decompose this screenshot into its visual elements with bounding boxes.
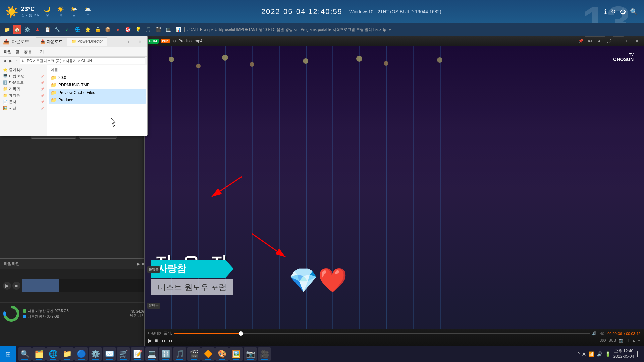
info-icon[interactable]: ℹ <box>604 8 607 15</box>
bookmark-icon-5[interactable]: 🔧 <box>53 25 62 34</box>
file-item-200[interactable]: 📁 20.0 <box>49 74 146 81</box>
tray-battery[interactable]: 🔋 <box>605 351 611 357</box>
taskbar-app-settings[interactable]: ⚙️ <box>89 347 102 361</box>
taskbar-app-taskview[interactable]: 🗂️ <box>32 347 46 361</box>
taskbar-app-pd[interactable]: 🎥 <box>258 347 271 361</box>
taskbar-app-camera[interactable]: 📷 <box>244 347 257 361</box>
explorer-minimize-btn[interactable]: ─ <box>115 38 124 45</box>
explorer-menu-view[interactable]: 보기 <box>35 49 45 55</box>
addr-back-btn[interactable]: ◀ <box>2 59 7 63</box>
sub-btn[interactable]: SUB <box>608 338 616 343</box>
bookmark-dream[interactable]: 드림 빌더 <box>356 27 372 32</box>
file-item-preview-cache[interactable]: 📁 Preview Cache Files <box>49 89 146 96</box>
gom-close-btn[interactable]: ✕ <box>633 38 641 44</box>
bookmark-winpe[interactable]: winpe <box>204 27 213 32</box>
explorer-tab-pd[interactable]: 📁 PowerDirector <box>67 37 107 46</box>
bookmark-icon-6[interactable]: ✓ <box>63 25 72 34</box>
gom-maximize-btn[interactable]: □ <box>624 38 632 44</box>
bookmark-icon-15[interactable]: 🎬 <box>154 25 162 34</box>
sidebar-item-favorites[interactable]: ⭐ 즐겨찾기 <box>0 67 47 73</box>
pd-timeline-stop[interactable]: ■ <box>141 261 144 266</box>
refresh-icon[interactable]: ↻ <box>611 8 616 15</box>
bookmark-more[interactable]: » <box>389 27 391 32</box>
menu-btn[interactable]: ≡ <box>638 338 640 343</box>
bookmark-icon-1[interactable]: 🏠 <box>13 25 21 34</box>
timeline-play-btn[interactable]: ▶ <box>3 282 11 290</box>
explorer-menu-share[interactable]: 공유 <box>22 49 33 55</box>
bookmark-video[interactable]: 영상 <box>285 27 293 32</box>
bookmark-icon-13[interactable]: 💡 <box>133 25 142 34</box>
power-icon[interactable]: ⏻ <box>620 8 626 15</box>
explorer-menu-home[interactable]: 홈 <box>14 49 21 55</box>
bookmark-backup[interactable]: BackUp <box>373 27 386 32</box>
taskbar-app-edge[interactable]: 🌐 <box>46 347 60 361</box>
bookmark-icon-12[interactable]: 🎯 <box>123 25 132 34</box>
screenshot-btn[interactable]: 📷 <box>619 338 624 343</box>
bookmark-important[interactable]: IMPORTANT <box>236 27 258 32</box>
tray-volume[interactable]: 🔊 <box>597 351 602 357</box>
sidebar-item-desktop[interactable]: 🖥️ 바탕 화면 <box>0 73 47 79</box>
taskbar-app-mail[interactable]: ✉️ <box>103 347 116 361</box>
bookmark-etc[interactable]: ETC <box>268 27 275 32</box>
bookmark-icon-9[interactable]: 🔒 <box>93 25 102 34</box>
gom-pin-btn[interactable]: 📌 <box>577 38 585 44</box>
bookmark-vm[interactable]: vm <box>294 27 299 32</box>
bookmark-icon-2[interactable]: ⚙️ <box>23 25 32 34</box>
bookmark-udalite[interactable]: UDALITE <box>187 27 202 32</box>
explorer-new-tab-btn[interactable]: + <box>107 37 115 46</box>
prev-btn[interactable]: ⏮ <box>161 338 166 344</box>
sidebar-item-trash[interactable]: 📁 휴지통 <box>0 92 47 99</box>
sidebar-item-photos[interactable]: 🖼️ 사진 <box>0 105 47 111</box>
next-btn[interactable]: ⏭ <box>169 338 174 344</box>
explorer-tab-downloads[interactable]: 📥 다운로드 <box>36 37 67 46</box>
playlist-btn[interactable]: ▲ <box>632 338 636 343</box>
tray-language[interactable]: A <box>582 351 585 357</box>
explorer-close-btn[interactable]: ✕ <box>135 38 145 45</box>
taskbar-app-photos[interactable]: 🖼️ <box>229 347 243 361</box>
gom-fullscreen-btn[interactable]: ⛶ <box>605 38 613 44</box>
gom-settings-icon[interactable]: ⚙ <box>173 39 176 43</box>
tray-network[interactable]: 📶 <box>588 351 594 357</box>
start-button[interactable]: ⊞ <box>0 346 16 362</box>
explorer-menu-file[interactable]: 파일 <box>2 49 13 55</box>
gom-minimize-btn[interactable]: ─ <box>614 38 622 44</box>
tray-time[interactable]: 오후 12:40 2022-05-04 <box>613 349 634 359</box>
pd-timeline-play[interactable]: ▶ <box>137 261 140 266</box>
sidebar-item-docs[interactable]: 📄 문서 <box>0 99 47 105</box>
file-item-pdrmusic[interactable]: 📁 PDRMUSIC.TMP <box>49 81 146 89</box>
sidebar-item-downloads[interactable]: ⬇️ 다운로드 <box>0 79 47 86</box>
bookmark-programs[interactable]: Programs <box>301 27 317 32</box>
eq-btn[interactable]: ||| <box>626 338 629 343</box>
bookmark-useful[interactable]: useful <box>225 27 235 32</box>
bookmark-icon-8[interactable]: ⭐ <box>83 25 92 34</box>
bookmark-icon-16[interactable]: 💻 <box>164 25 172 34</box>
360-btn[interactable]: 360 <box>600 338 606 343</box>
taskbar-app-store[interactable]: 🛒 <box>117 347 130 361</box>
taskbar-app-notepad[interactable]: 📝 <box>131 347 144 361</box>
tray-show-desktop[interactable]: ▌ <box>637 351 640 357</box>
bookmark-icon-3[interactable]: 🔺 <box>33 25 42 34</box>
taskbar-app-media[interactable]: 🎵 <box>173 347 186 361</box>
bookmark-folder-icon[interactable]: 📁 <box>3 25 11 34</box>
search-icon[interactable]: 🔍 <box>630 8 637 15</box>
stop-btn[interactable]: ■ <box>155 338 158 344</box>
bookmark-win10[interactable]: 원10 <box>259 27 267 32</box>
taskbar-app-chrome[interactable]: 🔵 <box>74 347 88 361</box>
bookmark-start[interactable]: 시작프로그램 <box>333 27 355 32</box>
taskbar-app-calc[interactable]: 🔢 <box>159 347 172 361</box>
address-path[interactable]: 내 PC > 로컬디스크 (C:) > 사용자 > CHUN <box>20 57 146 64</box>
taskbar-app-paint[interactable]: 🎨 <box>215 347 229 361</box>
bookmark-icon-10[interactable]: 📦 <box>103 25 112 34</box>
play-btn[interactable]: ▶ <box>148 337 152 344</box>
taskbar-app-terminal[interactable]: 💻 <box>145 347 158 361</box>
taskbar-app-explorer[interactable]: 📁 <box>60 347 74 361</box>
addr-up-btn[interactable]: ↑ <box>14 59 18 63</box>
bookmark-icon-14[interactable]: 🎵 <box>144 25 152 34</box>
bookmark-utility[interactable]: Utility <box>215 27 224 32</box>
video-content[interactable]: TV CHOSUN 전 유 진 사랑참 테스트 원도우 포럼 💎❤️ 본방송 분… <box>145 46 644 329</box>
progress-bar[interactable] <box>174 333 590 334</box>
timeline-stop-btn[interactable]: ■ <box>12 282 20 290</box>
volume-icon[interactable]: 🔊 <box>592 331 597 336</box>
file-item-produce[interactable]: 📁 Produce <box>49 96 146 104</box>
addr-forward-btn[interactable]: ▶ <box>8 59 13 63</box>
